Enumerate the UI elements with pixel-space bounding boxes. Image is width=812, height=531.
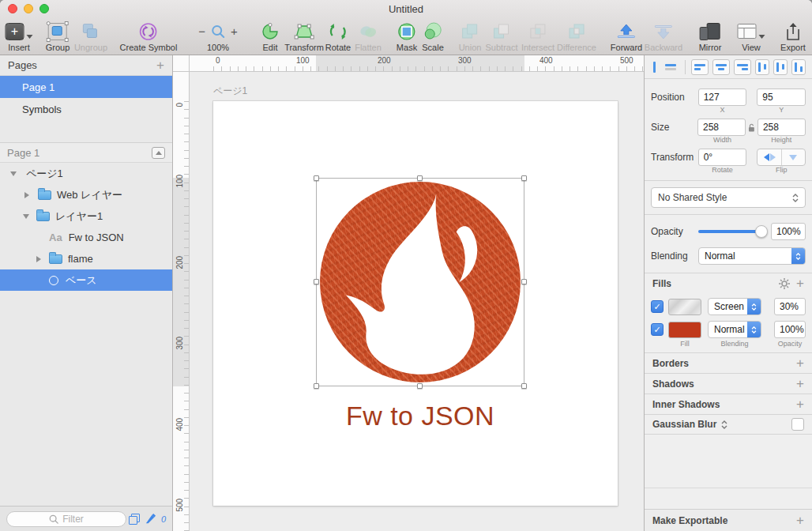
artboard-title[interactable]: ページ1 bbox=[213, 85, 247, 98]
distribute-horizontally-button[interactable] bbox=[651, 59, 659, 75]
opacity-slider[interactable] bbox=[698, 230, 761, 233]
scale-button[interactable]: Scale bbox=[422, 21, 444, 55]
rotate-field[interactable]: 0° bbox=[698, 149, 747, 166]
zoom-control[interactable]: − + 100% bbox=[198, 21, 238, 55]
zoom-out-icon[interactable]: − bbox=[198, 24, 205, 38]
resize-handle[interactable] bbox=[521, 279, 527, 284]
ruler-tick-label: 400 bbox=[175, 422, 184, 431]
disclosure-open-icon[interactable] bbox=[10, 171, 17, 176]
add-page-button[interactable]: + bbox=[156, 58, 164, 73]
slices-toggle-icon[interactable] bbox=[129, 514, 140, 525]
canvas-area[interactable]: 0 100 200 300 400 500 0 100 200 300 400 … bbox=[173, 55, 644, 531]
page-item-symbols[interactable]: Symbols bbox=[0, 98, 172, 120]
blending-row: Blending Normal bbox=[645, 247, 812, 265]
add-border-button[interactable]: + bbox=[796, 356, 804, 371]
make-exportable-row[interactable]: Make Exportable + bbox=[645, 509, 812, 531]
resize-handle[interactable] bbox=[417, 175, 423, 181]
page-item-page1[interactable]: Page 1 bbox=[0, 76, 172, 98]
flip-horizontal-button[interactable] bbox=[757, 149, 780, 165]
fill-opacity-field[interactable]: 30% bbox=[774, 298, 806, 315]
resize-handle[interactable] bbox=[314, 279, 319, 284]
ruler-tick-label: 0 bbox=[175, 98, 184, 107]
resize-handle[interactable] bbox=[521, 175, 527, 181]
forward-button[interactable]: Forward bbox=[611, 21, 642, 55]
align-top-button[interactable] bbox=[755, 59, 769, 75]
blending-select[interactable]: Normal bbox=[698, 247, 806, 265]
group-button[interactable]: Group bbox=[46, 21, 70, 55]
add-inner-shadow-button[interactable]: + bbox=[796, 397, 804, 412]
layer-row-layer1[interactable]: レイヤー1 bbox=[0, 205, 172, 227]
fill-opacity-field[interactable]: 100% bbox=[774, 321, 806, 338]
rotate-button[interactable]: Rotate bbox=[325, 21, 351, 55]
canvas-logo-text[interactable]: Fw to JSON bbox=[316, 401, 524, 431]
pen-icon[interactable] bbox=[145, 513, 156, 525]
export-icon bbox=[785, 21, 801, 42]
fills-header: Fills + bbox=[645, 273, 812, 293]
chevron-up-down-icon[interactable] bbox=[721, 420, 727, 429]
transform-icon bbox=[294, 21, 314, 42]
create-symbol-button[interactable]: Create Symbol bbox=[120, 21, 178, 55]
align-right-button[interactable] bbox=[734, 59, 751, 75]
transform-button[interactable]: Transform bbox=[284, 21, 324, 55]
alignment-toolbar bbox=[645, 55, 812, 79]
layer-row-base[interactable]: ベース bbox=[0, 269, 172, 291]
flame-logo-circle[interactable] bbox=[320, 182, 521, 382]
gaussian-blur-checkbox[interactable] bbox=[791, 418, 804, 431]
resize-handle[interactable] bbox=[314, 175, 319, 181]
inner-shadows-header: Inner Shadows + bbox=[645, 394, 812, 414]
disclosure-closed-icon[interactable] bbox=[24, 192, 29, 198]
mirror-button[interactable]: Mirror bbox=[699, 21, 722, 55]
gear-icon[interactable] bbox=[779, 278, 790, 289]
align-center-h-button[interactable] bbox=[712, 59, 730, 75]
selection-box[interactable] bbox=[316, 178, 524, 386]
stepper-icon bbox=[747, 322, 761, 337]
fill-enabled-checkbox[interactable]: ✓ bbox=[651, 300, 664, 313]
fill-blending-select[interactable]: Screen bbox=[708, 298, 761, 315]
zoom-in-icon[interactable]: + bbox=[231, 24, 238, 38]
add-shadow-button[interactable]: + bbox=[796, 376, 804, 392]
layer-row-web-layer[interactable]: Web レイヤー bbox=[0, 184, 172, 205]
resize-handle[interactable] bbox=[314, 383, 319, 389]
insert-button[interactable]: + Insert bbox=[6, 21, 33, 55]
union-button: Union bbox=[459, 21, 482, 55]
mask-button[interactable]: Mask bbox=[397, 21, 417, 55]
size-height-field[interactable]: 258 bbox=[757, 119, 806, 136]
vertical-ruler[interactable]: 0 100 200 300 400 500 bbox=[173, 72, 190, 531]
align-bottom-button[interactable] bbox=[791, 59, 806, 75]
flip-control[interactable] bbox=[757, 149, 806, 166]
texture-fill-swatch[interactable] bbox=[668, 299, 701, 315]
disclosure-closed-icon[interactable] bbox=[36, 256, 41, 262]
flip-vertical-button[interactable] bbox=[781, 149, 805, 165]
layer-row-fw-to-json[interactable]: Aa Fw to JSON bbox=[0, 227, 172, 248]
ruler-tick-label: 300 bbox=[175, 341, 184, 350]
stepper-icon bbox=[747, 299, 761, 314]
lock-icon[interactable] bbox=[748, 123, 755, 132]
distribute-vertically-button[interactable] bbox=[663, 59, 679, 75]
align-left-button[interactable] bbox=[691, 59, 709, 75]
filter-input[interactable]: Filter bbox=[6, 511, 126, 527]
align-middle-v-button[interactable] bbox=[773, 59, 788, 75]
view-button[interactable]: View bbox=[738, 21, 765, 55]
shared-style-select[interactable]: No Shared Style bbox=[651, 187, 806, 208]
edit-button[interactable]: Edit bbox=[261, 21, 280, 55]
titlebar[interactable]: Untitled bbox=[0, 0, 812, 17]
resize-handle[interactable] bbox=[521, 383, 527, 389]
fill-blending-select[interactable]: Normal bbox=[708, 321, 761, 338]
opacity-value-field[interactable]: 100% bbox=[771, 223, 806, 240]
layer-row-flame[interactable]: flame bbox=[0, 248, 172, 269]
export-button[interactable]: Export bbox=[780, 21, 806, 55]
position-x-field[interactable]: 127 bbox=[698, 88, 747, 106]
add-fill-button[interactable]: + bbox=[796, 276, 804, 292]
fill-enabled-checkbox[interactable]: ✓ bbox=[651, 323, 664, 336]
position-y-field[interactable]: 95 bbox=[757, 88, 806, 106]
add-export-button[interactable]: + bbox=[796, 513, 804, 529]
layer-row-artboard[interactable]: ページ1 bbox=[0, 163, 172, 184]
disclosure-open-icon[interactable] bbox=[23, 214, 29, 219]
size-width-field[interactable]: 258 bbox=[697, 119, 746, 136]
color-fill-swatch[interactable] bbox=[668, 322, 701, 338]
horizontal-ruler[interactable]: 0 100 200 300 400 500 bbox=[190, 55, 644, 72]
artboard-preview-toggle[interactable] bbox=[152, 147, 165, 159]
search-icon bbox=[49, 514, 58, 524]
ruler-tick-label: 500 bbox=[175, 503, 184, 512]
resize-handle[interactable] bbox=[417, 383, 423, 389]
